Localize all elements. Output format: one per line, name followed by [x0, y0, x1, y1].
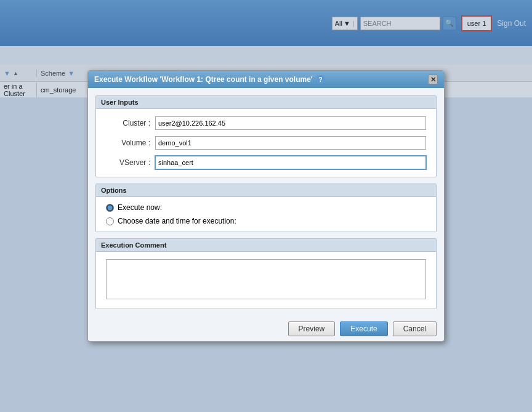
execute-label: Execute [350, 325, 377, 333]
user-inputs-content: Cluster : Volume : VServer : [96, 109, 436, 177]
choose-date-label: Choose date and time for execution: [118, 217, 236, 225]
execution-comment-content [96, 252, 436, 309]
volume-label: Volume : [106, 139, 155, 147]
preview-label: Preview [299, 325, 325, 333]
execute-button[interactable]: Execute [340, 321, 387, 336]
vserver-row: VServer : [106, 156, 426, 169]
help-icon[interactable]: ? [316, 75, 325, 84]
modal-title: Execute Workflow 'Workflow 1: Qtree coun… [94, 75, 313, 84]
modal-footer: Preview Execute Cancel [88, 317, 444, 341]
user-inputs-header: User Inputs [96, 96, 436, 109]
vserver-input[interactable] [155, 156, 426, 169]
modal-dialog: Execute Workflow 'Workflow 1: Qtree coun… [87, 70, 445, 342]
choose-date-radio[interactable] [106, 217, 114, 225]
preview-button[interactable]: Preview [288, 321, 336, 336]
user-inputs-label: User Inputs [101, 99, 139, 106]
cluster-row: Cluster : [106, 116, 426, 130]
execution-comment-header: Execution Comment [96, 239, 436, 252]
options-content: Execute now: Choose date and time for ex… [96, 197, 436, 232]
execution-comment-textarea[interactable] [106, 259, 426, 299]
execution-comment-section: Execution Comment [95, 238, 437, 309]
cluster-label: Cluster : [106, 119, 155, 127]
options-section: Options Execute now: Choose date and tim… [95, 184, 437, 232]
modal-title-text: Execute Workflow 'Workflow 1: Qtree coun… [94, 75, 325, 84]
cancel-button[interactable]: Cancel [393, 321, 437, 336]
vserver-label: VServer : [106, 158, 155, 167]
choose-date-row: Choose date and time for execution: [106, 217, 426, 225]
modal-close-button[interactable]: ✕ [428, 75, 438, 84]
execute-now-row: Execute now: [106, 203, 426, 212]
cluster-input[interactable] [155, 116, 426, 130]
modal-titlebar: Execute Workflow 'Workflow 1: Qtree coun… [88, 71, 444, 88]
modal-body: User Inputs Cluster : Volume : VServer : [88, 88, 444, 317]
options-label: Options [101, 187, 127, 194]
volume-row: Volume : [106, 136, 426, 150]
user-inputs-section: User Inputs Cluster : Volume : VServer : [95, 95, 437, 177]
options-header: Options [96, 184, 436, 197]
modal-overlay: Execute Workflow 'Workflow 1: Qtree coun… [0, 0, 532, 412]
execute-now-label: Execute now: [118, 203, 162, 212]
execution-comment-label: Execution Comment [101, 241, 166, 249]
cancel-label: Cancel [403, 325, 426, 333]
volume-input[interactable] [155, 136, 426, 150]
execute-now-radio[interactable] [106, 204, 114, 212]
